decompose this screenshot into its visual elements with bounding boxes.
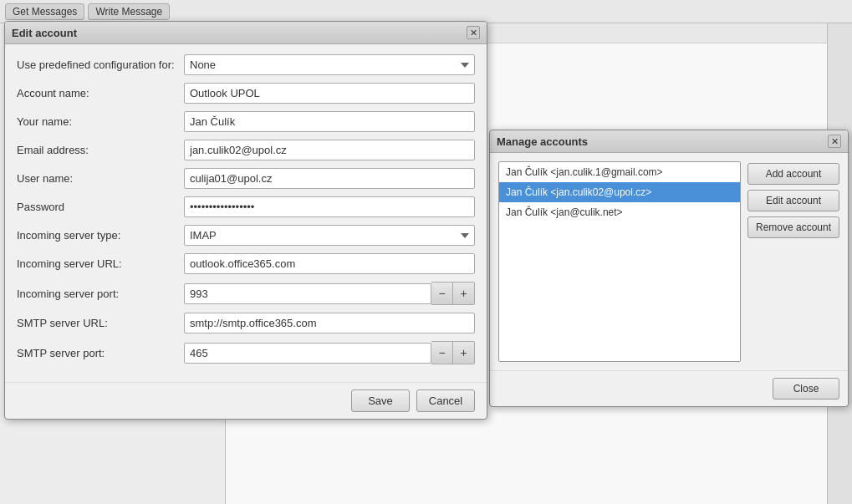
edit-dialog-body: Use predefined configuration for: None A… (5, 44, 487, 382)
edit-dialog-footer: Save Cancel (5, 382, 487, 419)
smtp-url-input[interactable] (184, 313, 475, 333)
incoming-port-row: Incoming server port: − + (17, 282, 475, 305)
smtp-port-decrement-button[interactable]: − (431, 341, 453, 364)
write-message-button[interactable]: Write Message (88, 3, 170, 20)
account-item-culik-net[interactable]: Jan Čulík <jan@culik.net> (499, 202, 740, 222)
save-button[interactable]: Save (351, 389, 410, 412)
incoming-type-row: Incoming server type: IMAP POP3 (17, 225, 475, 246)
smtp-port-input[interactable] (184, 343, 431, 364)
predefined-config-row: Use predefined configuration for: None (17, 54, 475, 75)
your-name-label: Your name: (17, 115, 184, 128)
manage-accounts-dialog: Manage accounts ✕ Jan Čulík <jan.culik.1… (489, 130, 849, 407)
manage-action-buttons: Add account Edit account Remove account (747, 161, 839, 362)
accounts-list: Jan Čulík <jan.culik.1@gmail.com> Jan Ču… (498, 161, 741, 362)
incoming-url-label: Incoming server URL: (17, 257, 184, 270)
account-item-upol[interactable]: Jan Čulík <jan.culik02@upol.cz> (499, 182, 740, 202)
manage-dialog-title: Manage accounts (497, 135, 588, 148)
smtp-port-row: SMTP server port: − + (17, 341, 475, 364)
incoming-port-increment-button[interactable]: + (453, 282, 475, 305)
account-name-label: Account name: (17, 87, 184, 99)
get-messages-button[interactable]: Get Messages (5, 3, 84, 20)
incoming-type-label: Incoming server type: (17, 229, 184, 242)
account-name-input[interactable] (184, 83, 475, 104)
edit-account-button[interactable]: Edit account (747, 190, 839, 211)
incoming-port-decrement-button[interactable]: − (431, 282, 453, 305)
manage-dialog-body: Jan Čulík <jan.culik.1@gmail.com> Jan Ču… (490, 153, 848, 370)
edit-dialog-close-icon[interactable]: ✕ (467, 26, 480, 39)
incoming-port-label: Incoming server port: (17, 288, 184, 300)
account-name-row: Account name: (17, 83, 475, 104)
password-input[interactable] (184, 196, 475, 217)
manage-close-button[interactable]: Close (773, 378, 839, 400)
email-address-input[interactable] (184, 140, 475, 160)
remove-account-button[interactable]: Remove account (747, 216, 839, 238)
email-address-label: Email address: (17, 144, 184, 156)
manage-dialog-close-icon[interactable]: ✕ (828, 135, 841, 148)
username-input[interactable] (184, 168, 475, 189)
manage-dialog-footer: Close (490, 370, 848, 406)
password-label: Password (17, 201, 184, 213)
smtp-url-label: SMTP server URL: (17, 317, 184, 329)
username-row: User name: (17, 168, 475, 189)
predefined-config-select[interactable]: None (184, 54, 475, 75)
predefined-config-label: Use predefined configuration for: (17, 59, 184, 71)
manage-dialog-titlebar: Manage accounts ✕ (490, 130, 848, 153)
edit-dialog-titlebar: Edit account ✕ (5, 22, 487, 44)
smtp-port-increment-button[interactable]: + (453, 341, 475, 364)
account-item-gmail[interactable]: Jan Čulík <jan.culik.1@gmail.com> (499, 162, 740, 182)
cancel-button[interactable]: Cancel (416, 389, 475, 412)
email-address-row: Email address: (17, 140, 475, 160)
incoming-type-select[interactable]: IMAP POP3 (184, 225, 475, 246)
username-label: User name: (17, 172, 184, 185)
smtp-port-label: SMTP server port: (17, 347, 184, 359)
your-name-row: Your name: (17, 111, 475, 132)
incoming-url-row: Incoming server URL: (17, 253, 475, 274)
password-row: Password (17, 196, 475, 217)
edit-account-dialog: Edit account ✕ Use predefined configurat… (4, 21, 487, 420)
incoming-url-input[interactable] (184, 253, 475, 274)
toolbar: Get Messages Write Message (0, 0, 852, 23)
edit-dialog-title: Edit account (12, 27, 77, 39)
your-name-input[interactable] (184, 111, 475, 132)
smtp-url-row: SMTP server URL: (17, 313, 475, 333)
incoming-port-input[interactable] (184, 283, 431, 304)
add-account-button[interactable]: Add account (747, 163, 839, 185)
